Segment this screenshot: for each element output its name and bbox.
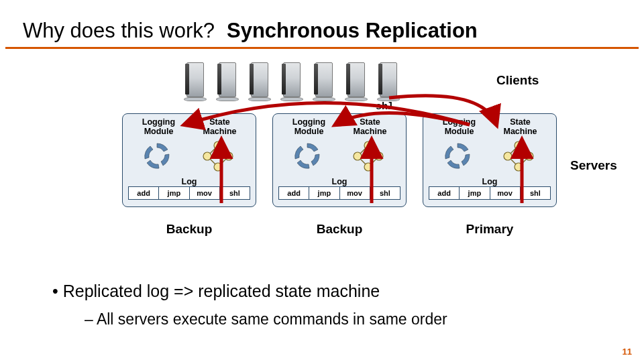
log-op: jmp bbox=[460, 187, 490, 199]
cycle-icon bbox=[292, 141, 323, 172]
logging-module-label: Logging Module bbox=[429, 118, 490, 137]
state-graph-icon bbox=[350, 140, 387, 172]
log-op: jmp bbox=[309, 187, 339, 199]
title-emphasis: Synchronous Replication bbox=[227, 19, 478, 43]
bullet-sub: – All servers execute same commands in s… bbox=[85, 310, 447, 328]
svg-point-5 bbox=[214, 141, 222, 149]
title-question: Why does this work? bbox=[23, 19, 215, 43]
state-graph-icon bbox=[199, 140, 237, 172]
log-op: shl bbox=[220, 187, 250, 199]
svg-point-17 bbox=[364, 163, 372, 171]
bullet-list: • Replicated log => replicated state mac… bbox=[52, 282, 447, 328]
state-machine-label: State Machine bbox=[189, 118, 250, 137]
bullet-main: • Replicated log => replicated state mac… bbox=[52, 282, 447, 301]
state-machine-label: State Machine bbox=[490, 118, 551, 137]
server-role: Backup bbox=[272, 222, 407, 237]
log-cells: add jmp mov shl bbox=[429, 186, 551, 200]
server-panel: Logging Module State Machine Log add jmp… bbox=[272, 113, 407, 207]
slide-title-row: Why does this work? Synchronous Replicat… bbox=[0, 0, 644, 47]
log-op: shl bbox=[370, 187, 400, 199]
log-label: Log bbox=[429, 177, 551, 186]
server-row: Logging Module State Machine Log add jmp… bbox=[122, 113, 557, 207]
svg-point-8 bbox=[214, 163, 222, 171]
log-op: jmp bbox=[159, 187, 189, 199]
svg-point-16 bbox=[375, 152, 383, 160]
svg-point-14 bbox=[364, 141, 372, 149]
svg-point-24 bbox=[504, 152, 512, 160]
log-label: Log bbox=[278, 177, 400, 186]
client-tower bbox=[310, 61, 338, 101]
servers-label: Servers bbox=[570, 158, 617, 173]
log-cells: add jmp mov shl bbox=[128, 186, 250, 200]
clients-label: Clients bbox=[496, 73, 539, 88]
logging-module-label: Logging Module bbox=[278, 118, 339, 137]
client-tower bbox=[342, 61, 370, 101]
svg-point-26 bbox=[515, 163, 523, 171]
server-panel: Logging Module State Machine Log add jmp… bbox=[122, 113, 256, 207]
command-label: shl bbox=[376, 101, 394, 113]
log-op: add bbox=[129, 187, 159, 199]
svg-point-15 bbox=[354, 152, 362, 160]
cycle-icon bbox=[142, 141, 172, 172]
svg-point-23 bbox=[515, 141, 523, 149]
log-label: Log bbox=[128, 177, 250, 186]
cycle-icon bbox=[442, 141, 473, 172]
client-tower bbox=[246, 61, 274, 101]
server-panel: Logging Module State Machine Log add jmp… bbox=[423, 113, 557, 207]
server-role: Primary bbox=[423, 222, 557, 237]
svg-point-7 bbox=[225, 152, 233, 160]
svg-point-25 bbox=[525, 152, 533, 160]
client-tower bbox=[374, 61, 402, 101]
client-towers bbox=[181, 61, 402, 101]
log-op: mov bbox=[490, 187, 521, 199]
state-machine-label: State Machine bbox=[339, 118, 400, 137]
client-tower bbox=[181, 61, 209, 101]
page-number: 11 bbox=[623, 347, 632, 357]
state-graph-icon bbox=[500, 140, 537, 172]
client-tower bbox=[278, 61, 306, 101]
log-cells: add jmp mov shl bbox=[278, 186, 400, 200]
log-op: add bbox=[279, 187, 309, 199]
logging-module-label: Logging Module bbox=[128, 118, 189, 137]
server-role: Backup bbox=[122, 222, 256, 237]
diagram-stage: Clients Servers shl Logging Module State… bbox=[0, 61, 644, 262]
log-op: mov bbox=[190, 187, 220, 199]
log-op: mov bbox=[340, 187, 370, 199]
client-tower bbox=[213, 61, 241, 101]
log-op: add bbox=[429, 187, 460, 199]
title-rule bbox=[5, 47, 639, 49]
svg-point-6 bbox=[203, 152, 211, 160]
log-op: shl bbox=[521, 187, 550, 199]
